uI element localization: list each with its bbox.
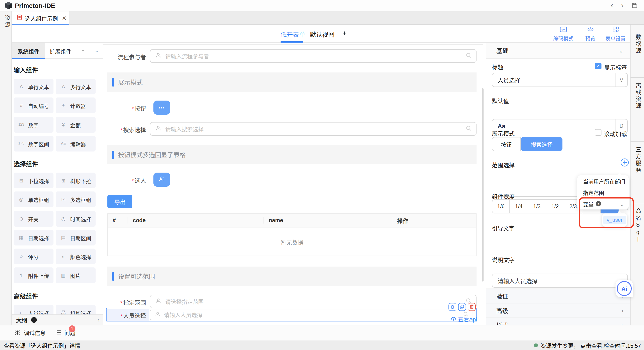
group-title-input: 输入组件 (14, 65, 38, 74)
inspector-basic-header[interactable]: 基础 ⌄ (486, 43, 630, 59)
section-advanced[interactable]: 高级 › (486, 303, 630, 317)
scroll-load-checkbox[interactable] (595, 129, 602, 136)
empty-data-text: 暂无数据 (280, 238, 303, 246)
guide-text-input[interactable]: 请输入人员选择 (492, 274, 628, 288)
component-item[interactable]: ⊞树形下拉 (56, 172, 96, 188)
component-item[interactable]: ⊙开关 (14, 211, 54, 227)
search-icon (466, 52, 472, 60)
nav-forward-icon[interactable]: › (621, 2, 624, 9)
rail-divider (630, 203, 644, 203)
component-item[interactable]: 1~3数字区间 (14, 136, 54, 151)
component-item[interactable]: ±计数器 (56, 97, 96, 113)
date-picker-icon: ▦ (18, 235, 25, 240)
svg-text:</>: </> (561, 28, 566, 31)
component-item[interactable]: ◷时间选择 (56, 211, 96, 227)
width-option-1-6[interactable]: 1/6 (492, 199, 510, 213)
title-variable-toggle[interactable]: V (615, 73, 627, 87)
document-tab[interactable]: 选人组件示例 ✕ (12, 12, 69, 25)
component-item[interactable]: A≡编辑器 (56, 136, 96, 151)
show-label-checkbox[interactable]: ✓ (595, 63, 602, 69)
component-item[interactable]: ☆评分 (14, 249, 54, 264)
rail-divider (630, 77, 644, 78)
delete-component-button[interactable] (468, 303, 476, 311)
popup-option-assign-range[interactable]: 指定范围 (577, 187, 629, 198)
add-range-icon[interactable] (620, 158, 629, 169)
person-picker-button[interactable] (154, 172, 170, 187)
close-tab-icon[interactable]: ✕ (62, 15, 67, 21)
section-set-range: 设置可选范围 (108, 267, 476, 286)
gear-icon: ⚙ (450, 304, 454, 310)
tab-extension-components[interactable]: 扩展组件 (50, 47, 72, 55)
popup-option-current-dept[interactable]: 当前用户所在部门 (577, 175, 629, 187)
rail-item-offline-resources[interactable]: 离线资源 (634, 83, 642, 110)
panel-menu-icon[interactable]: ≡ (82, 47, 84, 52)
component-item[interactable]: ☑多选框组 (56, 192, 96, 207)
section-accent-bar (112, 150, 114, 159)
component-item[interactable]: ▦日期选择 (14, 230, 54, 246)
form-settings-button[interactable]: 表单设置 (606, 26, 626, 42)
display-mode-search-option[interactable]: 搜索选择 (521, 137, 562, 151)
debug-info-item[interactable]: 调试信息 (24, 328, 46, 337)
component-item[interactable]: ⊟下拉选择 (14, 172, 54, 188)
default-value-label: 默认值 (492, 97, 509, 105)
settings-gear-button[interactable]: ⚙ (448, 303, 456, 311)
add-view-tab[interactable]: + (342, 30, 346, 37)
collapse-chevron-icon[interactable]: ⌄ (618, 47, 624, 54)
left-rail-resources[interactable]: 资源 (3, 15, 12, 29)
width-option-1-2[interactable]: 1/2 (546, 199, 564, 213)
width-option-1-3[interactable]: 1/3 (528, 199, 546, 213)
export-button[interactable]: 导出 (108, 195, 132, 208)
outline-bar[interactable]: 大纲 i › (12, 314, 103, 325)
canvas-clipped-row-edge (103, 44, 483, 45)
system-tab-underline (12, 58, 45, 59)
component-item[interactable]: A多行文本 (56, 79, 96, 94)
component-item[interactable]: A单行文本 (14, 79, 54, 94)
section-validation[interactable]: 验证 › (486, 288, 630, 303)
view-api-link[interactable]: 查看Api (451, 315, 477, 323)
assign-range-input[interactable]: 请选择指定范围 (150, 295, 476, 308)
tab-lowcode-form[interactable]: 低开表单 (280, 30, 305, 39)
outline-expand-chevron-icon[interactable]: › (98, 317, 100, 323)
column-header-action: 操作 (392, 216, 476, 225)
component-item[interactable]: ↥附件上传 (14, 267, 54, 283)
rail-item-datasource[interactable]: 数据源 (634, 34, 642, 55)
component-item[interactable]: #自动编号 (14, 97, 54, 113)
ai-assistant-button[interactable]: Ai (616, 280, 633, 297)
nav-back-icon[interactable]: ‹ (611, 2, 613, 9)
component-item[interactable]: 123数字 (14, 117, 54, 133)
tab-system-components[interactable]: 系统组件 (18, 47, 40, 55)
ellipsis-picker-button[interactable]: ••• (154, 101, 170, 115)
rail-item-third-party[interactable]: 三方服务 (634, 147, 642, 174)
search-select-input[interactable]: 请输入搜索选择 (150, 122, 476, 136)
copy-component-button[interactable] (458, 303, 466, 311)
code-mode-button[interactable]: </> 编码模式 (553, 26, 574, 42)
status-right-text[interactable]: 资源发生变更， 点击查看,检查时间:15:57 (540, 341, 641, 349)
problems-list-icon (55, 329, 62, 337)
popup-option-variable[interactable]: 变量 i ⌄ (577, 198, 629, 210)
column-header-code: code (128, 217, 264, 224)
preview-button[interactable]: 预览 (585, 26, 595, 42)
process-participant-input[interactable]: 请输入流程参与者 (150, 49, 476, 63)
component-item[interactable]: ◎单选框组 (14, 192, 54, 207)
variable-value-dropdown: v_user (602, 213, 627, 227)
component-item[interactable]: ▤日期区间 (56, 230, 96, 246)
section-button-mode-table: 按钮模式多选回显子表格 (108, 145, 476, 164)
field-label-person-select: *人员选择 (105, 311, 146, 320)
display-mode-button-option[interactable]: 按钮 (492, 137, 521, 151)
component-item[interactable]: ▨图片 (56, 267, 96, 283)
rail-item-named-sql[interactable]: 命名Sql (634, 208, 642, 244)
editor-icon: A≡ (60, 142, 67, 145)
checkbox-group-icon: ☑ (60, 197, 67, 202)
tab-default-view[interactable]: 默认视图 (310, 30, 334, 39)
variable-option-v-user[interactable]: v_user (603, 216, 626, 224)
canvas-scrollbar[interactable] (482, 88, 484, 281)
display-mode-label: 展示模式 (492, 129, 515, 137)
status-left-text[interactable]: 查看资源「选人组件示例」详情 (4, 341, 80, 349)
component-item[interactable]: ◐颜色选择 (56, 249, 96, 264)
title-input[interactable]: 人员选择 V (492, 73, 628, 87)
save-icon[interactable] (631, 2, 638, 11)
panel-collapse-chevron-icon[interactable]: ⌄ (94, 47, 99, 54)
person-select-input[interactable]: 请输入人员选择 (150, 309, 473, 320)
component-item[interactable]: ¥金额 (56, 117, 96, 133)
width-option-1-4[interactable]: 1/4 (510, 199, 528, 213)
